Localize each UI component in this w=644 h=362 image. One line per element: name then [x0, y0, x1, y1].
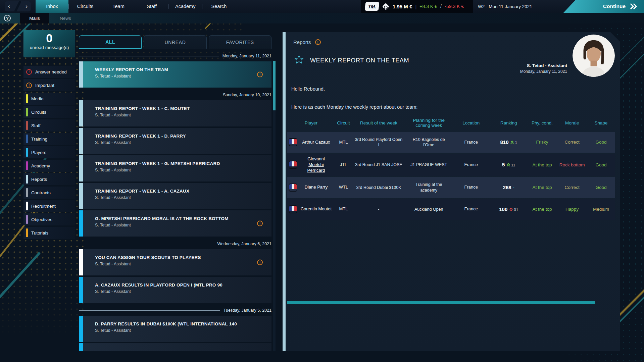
continue-button[interactable]: Continue	[563, 0, 644, 13]
sidebar-item-contracts[interactable]: Contracts	[23, 187, 75, 199]
separator-line	[79, 95, 219, 95]
mail-accent-bar	[79, 343, 83, 351]
weekly-loss: -59.3 K €	[445, 4, 464, 9]
column-header-ranking: Ranking	[490, 120, 528, 125]
sidebar-item-reports[interactable]: Reports	[23, 173, 75, 185]
mail-alert-wrap: !	[257, 221, 263, 226]
circuit-cell: MTL	[335, 206, 352, 212]
sidebar-item-players[interactable]: Players	[23, 146, 75, 158]
shape-cell: Good	[587, 185, 615, 191]
shape-cell: Good	[587, 139, 615, 145]
mail-list-scrollbar[interactable]	[273, 61, 276, 351]
mail-item[interactable]: TRAINING REPORT - WEEK 1 - A. CAZAUXS. T…	[79, 183, 271, 209]
planning-cell: Training at the academy	[405, 182, 452, 193]
nav-tab-inbox[interactable]: Inbox	[36, 0, 68, 13]
sidebar-item-training[interactable]: Training	[23, 133, 75, 145]
sidebar-item-answer-needed[interactable]: !Answer needed	[23, 66, 75, 78]
reader-bottom-bar	[287, 301, 595, 304]
player-name-link[interactable]: Diane Parry	[299, 185, 333, 190]
greeting-text: Hello Rebound,	[291, 86, 325, 92]
separator-date: Sunday, January 10, 2021	[223, 93, 271, 97]
player-name-link[interactable]: Corentin Moutet	[299, 206, 333, 212]
sidebar-item-circuits[interactable]: Circuits	[23, 106, 75, 118]
category-color-bar	[26, 215, 28, 224]
tab-news[interactable]: News	[49, 13, 82, 23]
rank-change: 31	[514, 208, 518, 212]
mail-item[interactable]: G. MPETSHI PERRICARD MORAL IS AT THE ROC…	[79, 210, 271, 237]
rank-change: 11	[511, 163, 515, 167]
category-color-bar	[26, 228, 28, 237]
flag-france-icon	[289, 139, 297, 144]
mail-sidebar: 0 unread message(s) !Answer needed!Impor…	[23, 30, 75, 240]
mail-filter-favorites[interactable]: FAVORITES	[209, 35, 271, 49]
separator-date: Monday, January 11, 2021	[222, 54, 271, 58]
mail-filter-all[interactable]: ALL	[79, 35, 142, 49]
mail-item[interactable]: TRAINING REPORT - WEEK 1 - G. MPETSHI PE…	[79, 155, 271, 182]
mail-alert-wrap: !	[257, 72, 263, 77]
flag-icon	[289, 139, 297, 146]
player-cell: Giovanni Mpetshi Perricard	[287, 156, 335, 173]
rank-down-icon	[509, 207, 513, 211]
mail-item[interactable]: YOU CAN ASSIGN YOUR SCOUTS TO PLAYERSS. …	[79, 249, 271, 275]
nav-tab-search[interactable]: Search	[202, 0, 235, 13]
decor-stripe	[0, 252, 41, 301]
flag-icon	[289, 161, 297, 168]
mail-alert-wrap: !	[257, 260, 263, 265]
mail-item[interactable]: A. CAZAUX RESULTS IN PLAYFORD OPEN I (MT…	[79, 277, 271, 303]
scrollbar-thumb[interactable]	[273, 61, 276, 110]
separator-line	[79, 244, 214, 244]
mail-filter-unread[interactable]: UNREAD	[144, 35, 206, 49]
balance-divider: |	[415, 4, 416, 9]
mail-reader-panel: Reports ! WEEKLY REPORT ON THE TEAM S. T…	[283, 32, 620, 351]
category-color-bar	[26, 161, 28, 170]
rank-value: 5	[502, 162, 505, 167]
separator-date: Tuesday, January 5, 2021	[224, 308, 271, 313]
mail-item[interactable]: D. PARRY RESULTS IN DUBAI $100K (WTL INT…	[79, 316, 271, 342]
sidebar-item-staff[interactable]: Staff	[23, 119, 75, 132]
category-color-bar	[26, 108, 28, 116]
mail-item[interactable]: TRAINING REPORT - WEEK 1 - C. MOUTETS. T…	[79, 100, 271, 126]
mail-accent-bar	[79, 277, 83, 303]
column-header-player: Player	[287, 120, 335, 125]
mail-item[interactable]: TRAINING REPORT - WEEK 1 - D. PARRYS. Te…	[79, 128, 271, 154]
mail-item-body: G. MPETSHI PERRICARD MORAL IS AT THE ROC…	[83, 210, 271, 237]
mail-accent-bar	[79, 61, 83, 88]
favorite-star-icon[interactable]	[294, 55, 304, 66]
morale-cell: Correct	[557, 185, 587, 191]
phy-cond-cell: Frisky	[528, 139, 557, 145]
sidebar-item-media[interactable]: Media	[23, 93, 75, 105]
mail-item-partial[interactable]	[79, 343, 271, 351]
mail-item-body	[83, 343, 271, 351]
back-button[interactable]: ‹	[8, 2, 10, 11]
help-icon[interactable]: ?	[4, 15, 11, 21]
sidebar-item-recruitment[interactable]: Recruitment	[23, 200, 75, 212]
nav-tab-staff[interactable]: Staff	[135, 0, 168, 13]
nav-tab-academy[interactable]: Academy	[168, 0, 202, 13]
mail-item[interactable]: WEEKLY REPORT ON THE TEAMS. Tetud - Assi…	[79, 61, 271, 88]
sidebar-item-objectives[interactable]: Objectives	[23, 213, 75, 225]
tm-logo: TM.	[365, 2, 380, 11]
rank-up-icon	[510, 140, 514, 144]
nav-tab-team[interactable]: Team	[102, 0, 135, 13]
tab-mails[interactable]: Mails	[20, 13, 49, 23]
forward-button[interactable]: ›	[26, 2, 28, 11]
sidebar-item-tutorials[interactable]: Tutorials	[23, 227, 75, 239]
category-color-bar	[26, 175, 28, 184]
separator-line	[79, 310, 220, 311]
nav-tab-circuits[interactable]: Circuits	[69, 0, 102, 13]
sidebar-item-academy[interactable]: Academy	[23, 160, 75, 172]
sender-block: S. Tetud - Assistant Monday, January 11,…	[520, 63, 567, 74]
mail-item-title: G. MPETSHI PERRICARD MORAL IS AT THE ROC…	[95, 216, 271, 221]
rank-change: 1	[515, 141, 517, 145]
rank-up-icon	[506, 163, 510, 167]
mail-accent-bar	[79, 155, 83, 182]
phy-cond-cell: At the top	[528, 206, 557, 212]
result-cell: 3rd Round Dubai $100K	[352, 185, 405, 190]
table-row: Arthur CazauxMTL3rd Round Playford Open …	[287, 132, 615, 153]
sidebar-item-important[interactable]: !Important	[23, 79, 75, 91]
mail-item-sender: S. Tetud - Assistant	[95, 195, 271, 200]
category-label: Contracts	[31, 190, 51, 195]
balance-value: 1.95 M €	[393, 4, 412, 9]
player-name-link[interactable]: Arthur Cazaux	[299, 140, 333, 145]
player-name-link[interactable]: Giovanni Mpetshi Perricard	[299, 156, 333, 173]
